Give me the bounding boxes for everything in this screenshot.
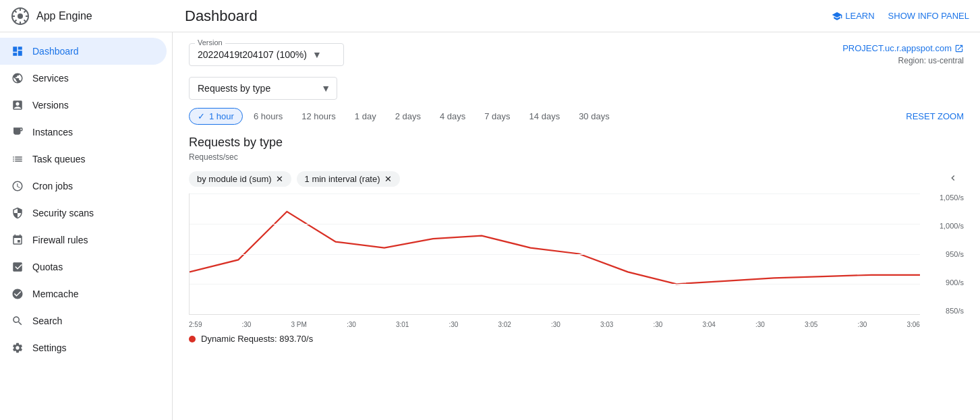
time-btn-14days[interactable]: 14 days: [521, 109, 569, 124]
filter-chips-row: by module id (sum) ✕ 1 min interval (rat…: [189, 170, 964, 188]
header-actions: LEARN SHOW INFO PANEL: [832, 11, 969, 22]
dashboard-icon: [11, 44, 24, 58]
sidebar-item-firewall-rules[interactable]: Firewall rules: [0, 227, 167, 253]
filter-chip-module[interactable]: by module id (sum) ✕: [189, 171, 291, 187]
svg-line-8: [24, 10, 26, 12]
x-label-11: :30: [755, 321, 765, 328]
region-text: Region: us-central: [842, 56, 964, 65]
version-label: Version: [195, 38, 225, 47]
time-btn-12hours[interactable]: 12 hours: [293, 109, 344, 124]
firewall-rules-icon: [11, 233, 24, 247]
versions-icon: [11, 98, 24, 112]
time-range-buttons: ✓ 1 hour 6 hours 12 hours 1 day 2 days 4…: [189, 108, 618, 125]
y-label-2: 950/s: [923, 250, 964, 258]
svg-line-6: [15, 10, 17, 12]
time-range-row: ✓ 1 hour 6 hours 12 hours 1 day 2 days 4…: [189, 108, 964, 125]
chart-subtitle: Requests/sec: [189, 152, 964, 162]
x-label-1: :30: [242, 321, 252, 328]
chart-collapse-button[interactable]: [942, 170, 964, 188]
sidebar-item-quotas[interactable]: Quotas: [0, 253, 167, 280]
sidebar-item-settings[interactable]: Settings: [0, 334, 167, 361]
grid-line-2: [190, 254, 920, 255]
sidebar-item-task-queues[interactable]: Task queues: [0, 146, 167, 173]
chip-close-icon-2: ✕: [384, 174, 392, 184]
chart-plot: [189, 193, 920, 315]
x-label-6: 3:02: [498, 321, 511, 328]
main-layout: Dashboard Services Versions Instances: [0, 32, 980, 420]
x-label-9: :30: [653, 321, 662, 328]
top-header: App Engine Dashboard LEARN SHOW INFO PAN…: [0, 0, 980, 32]
svg-line-9: [15, 20, 17, 22]
x-label-8: 3:03: [600, 321, 613, 328]
content-area: Version 20220419t204107 (100%) ▼ PROJECT…: [173, 32, 980, 420]
app-title: App Engine: [36, 10, 92, 22]
sidebar-item-dashboard-label: Dashboard: [32, 46, 79, 57]
time-btn-7days[interactable]: 7 days: [476, 109, 518, 124]
page-title: Dashboard: [179, 7, 832, 25]
sidebar-item-versions[interactable]: Versions: [0, 92, 167, 119]
sidebar-item-quotas-label: Quotas: [32, 262, 63, 272]
version-selector[interactable]: Version 20220419t204107 (100%) ▼: [189, 43, 344, 66]
chevron-left-icon: [948, 173, 958, 183]
sidebar-item-firewall-rules-label: Firewall rules: [32, 235, 88, 245]
version-row: Version 20220419t204107 (100%) ▼ PROJECT…: [189, 43, 964, 66]
legend-dot: [189, 336, 196, 342]
time-btn-2days[interactable]: 2 days: [387, 109, 429, 124]
chart-type-row: Requests by type Requests by version Mem…: [189, 77, 964, 100]
security-scans-icon: [11, 206, 24, 220]
sidebar-item-instances[interactable]: Instances: [0, 119, 167, 146]
filter-chip-interval[interactable]: 1 min interval (rate) ✕: [297, 171, 400, 187]
quotas-icon: [11, 260, 24, 274]
chart-legend: Dynamic Requests: 893.70/s: [189, 334, 964, 344]
chart-container: 1,050/s 1,000/s 950/s 900/s 850/s 2:59 :…: [189, 193, 964, 328]
sidebar-item-cron-jobs[interactable]: Cron jobs: [0, 173, 167, 200]
time-btn-6hours[interactable]: 6 hours: [246, 109, 291, 124]
sidebar-item-search[interactable]: Search: [0, 307, 167, 334]
x-label-12: 3:05: [805, 321, 817, 328]
x-label-5: :30: [449, 321, 458, 328]
sidebar-item-memcache[interactable]: Memcache: [0, 280, 167, 307]
x-label-4: 3:01: [396, 321, 409, 328]
reset-zoom-button[interactable]: RESET ZOOM: [906, 111, 964, 121]
y-label-1: 1,000/s: [923, 222, 964, 230]
sidebar: Dashboard Services Versions Instances: [0, 32, 173, 420]
chart-x-axis: 2:59 :30 3 PM :30 3:01 :30 3:02 :30 3:03…: [189, 321, 920, 328]
x-label-3: :30: [347, 321, 356, 328]
version-dropdown-arrow: ▼: [312, 49, 322, 60]
grid-line-3: [190, 284, 920, 284]
sidebar-item-task-queues-label: Task queues: [32, 154, 86, 164]
time-btn-1hour[interactable]: ✓ 1 hour: [189, 108, 243, 125]
sidebar-item-services[interactable]: Services: [0, 65, 167, 92]
time-btn-1day[interactable]: 1 day: [347, 109, 384, 124]
cron-jobs-icon: [11, 179, 24, 193]
y-label-3: 900/s: [923, 278, 964, 287]
project-link[interactable]: PROJECT.uc.r.appspot.com: [842, 43, 964, 53]
chart-title: Requests by type: [189, 136, 964, 150]
sidebar-item-security-scans[interactable]: Security scans: [0, 200, 167, 227]
services-icon: [11, 71, 24, 85]
external-link-icon: [954, 44, 964, 53]
x-label-7: :30: [551, 321, 560, 328]
x-label-2: 3 PM: [291, 321, 307, 328]
app-logo: App Engine: [11, 7, 179, 26]
task-queues-icon: [11, 152, 24, 166]
grid-line-top: [190, 193, 920, 194]
show-info-panel-button[interactable]: SHOW INFO PANEL: [888, 11, 969, 21]
x-label-10: 3:04: [702, 321, 715, 328]
learn-link[interactable]: LEARN: [832, 11, 874, 22]
chart-line: [190, 212, 920, 284]
sidebar-item-instances-label: Instances: [32, 127, 73, 138]
version-group: Version 20220419t204107 (100%) ▼: [189, 43, 344, 66]
sidebar-item-versions-label: Versions: [32, 100, 69, 111]
sidebar-item-dashboard[interactable]: Dashboard: [0, 38, 167, 65]
svg-point-1: [18, 13, 23, 19]
grid-line-1: [190, 224, 920, 224]
sidebar-item-cron-jobs-label: Cron jobs: [32, 181, 73, 191]
time-btn-4days[interactable]: 4 days: [432, 109, 473, 124]
chart-type-select[interactable]: Requests by type Requests by version Mem…: [189, 77, 337, 100]
app-engine-icon: [11, 7, 30, 26]
time-btn-30days[interactable]: 30 days: [571, 109, 618, 124]
sidebar-item-memcache-label: Memcache: [32, 289, 78, 299]
project-info: PROJECT.uc.r.appspot.com Region: us-cent…: [842, 43, 964, 65]
check-icon: ✓: [198, 111, 205, 121]
